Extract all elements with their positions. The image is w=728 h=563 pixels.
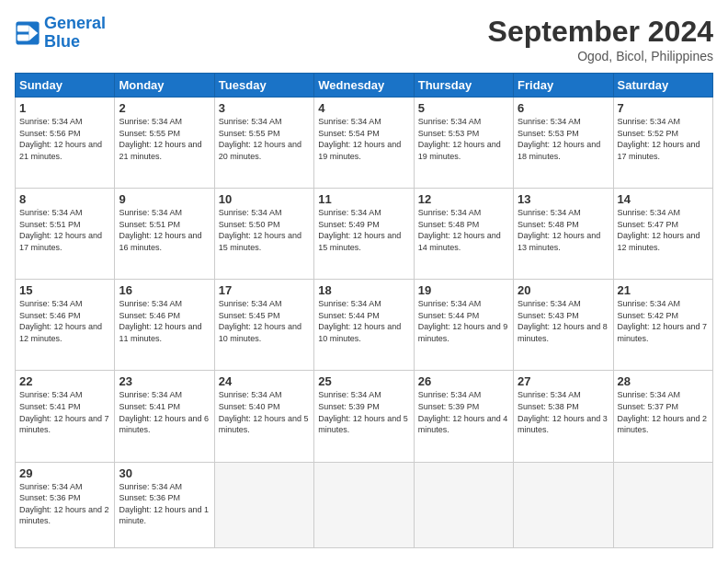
table-cell: 30 Sunrise: 5:34 AM Sunset: 5:36 PM Dayl… xyxy=(115,462,214,547)
table-cell: 19 Sunrise: 5:34 AM Sunset: 5:44 PM Dayl… xyxy=(414,280,513,371)
table-cell: 14 Sunrise: 5:34 AM Sunset: 5:47 PM Dayl… xyxy=(613,189,712,280)
day-number: 13 xyxy=(518,192,609,206)
week-row: 29 Sunrise: 5:34 AM Sunset: 5:36 PM Dayl… xyxy=(16,462,713,547)
week-row: 1 Sunrise: 5:34 AM Sunset: 5:56 PM Dayli… xyxy=(16,98,713,189)
table-cell: 7 Sunrise: 5:34 AM Sunset: 5:52 PM Dayli… xyxy=(613,98,712,189)
col-thursday: Thursday xyxy=(414,74,513,98)
table-cell: 28 Sunrise: 5:34 AM Sunset: 5:37 PM Dayl… xyxy=(613,371,712,462)
table-cell: 1 Sunrise: 5:34 AM Sunset: 5:56 PM Dayli… xyxy=(16,98,115,189)
header: General Blue September 2024 Ogod, Bicol,… xyxy=(15,15,713,63)
day-info: Sunrise: 5:34 AM Sunset: 5:42 PM Dayligh… xyxy=(618,298,709,344)
col-monday: Monday xyxy=(115,74,214,98)
day-number: 21 xyxy=(618,283,709,297)
table-cell: 11 Sunrise: 5:34 AM Sunset: 5:49 PM Dayl… xyxy=(314,189,414,280)
page: General Blue September 2024 Ogod, Bicol,… xyxy=(0,0,728,563)
table-cell xyxy=(314,462,414,547)
day-info: Sunrise: 5:34 AM Sunset: 5:51 PM Dayligh… xyxy=(119,207,210,253)
table-cell: 12 Sunrise: 5:34 AM Sunset: 5:48 PM Dayl… xyxy=(414,189,513,280)
day-info: Sunrise: 5:34 AM Sunset: 5:44 PM Dayligh… xyxy=(418,298,509,344)
day-info: Sunrise: 5:34 AM Sunset: 5:41 PM Dayligh… xyxy=(19,389,110,435)
day-number: 7 xyxy=(618,101,709,115)
table-cell: 17 Sunrise: 5:34 AM Sunset: 5:45 PM Dayl… xyxy=(214,280,313,371)
title-block: September 2024 Ogod, Bicol, Philippines xyxy=(488,15,713,63)
day-info: Sunrise: 5:34 AM Sunset: 5:45 PM Dayligh… xyxy=(219,298,310,344)
day-number: 3 xyxy=(219,101,310,115)
table-cell: 25 Sunrise: 5:34 AM Sunset: 5:39 PM Dayl… xyxy=(314,371,414,462)
table-cell xyxy=(214,462,313,547)
col-wednesday: Wednesday xyxy=(314,74,414,98)
col-friday: Friday xyxy=(514,74,613,98)
day-info: Sunrise: 5:34 AM Sunset: 5:55 PM Dayligh… xyxy=(219,116,310,162)
table-cell: 26 Sunrise: 5:34 AM Sunset: 5:39 PM Dayl… xyxy=(414,371,513,462)
week-row: 8 Sunrise: 5:34 AM Sunset: 5:51 PM Dayli… xyxy=(16,189,713,280)
day-number: 30 xyxy=(119,466,210,480)
day-info: Sunrise: 5:34 AM Sunset: 5:39 PM Dayligh… xyxy=(418,389,509,435)
day-number: 26 xyxy=(418,374,509,388)
table-cell: 8 Sunrise: 5:34 AM Sunset: 5:51 PM Dayli… xyxy=(16,189,115,280)
day-info: Sunrise: 5:34 AM Sunset: 5:55 PM Dayligh… xyxy=(119,116,210,162)
table-cell xyxy=(613,462,712,547)
day-info: Sunrise: 5:34 AM Sunset: 5:36 PM Dayligh… xyxy=(19,481,110,527)
day-info: Sunrise: 5:34 AM Sunset: 5:48 PM Dayligh… xyxy=(418,207,509,253)
table-cell xyxy=(514,462,613,547)
logo-line1: General xyxy=(44,14,106,32)
col-tuesday: Tuesday xyxy=(214,74,313,98)
table-cell: 29 Sunrise: 5:34 AM Sunset: 5:36 PM Dayl… xyxy=(16,462,115,547)
month-title: September 2024 xyxy=(488,15,713,49)
table-cell: 2 Sunrise: 5:34 AM Sunset: 5:55 PM Dayli… xyxy=(115,98,214,189)
table-cell: 6 Sunrise: 5:34 AM Sunset: 5:53 PM Dayli… xyxy=(514,98,613,189)
day-number: 2 xyxy=(119,101,210,115)
day-number: 4 xyxy=(318,101,409,115)
day-info: Sunrise: 5:34 AM Sunset: 5:43 PM Dayligh… xyxy=(518,298,609,344)
day-info: Sunrise: 5:34 AM Sunset: 5:39 PM Dayligh… xyxy=(318,389,409,435)
table-cell: 22 Sunrise: 5:34 AM Sunset: 5:41 PM Dayl… xyxy=(16,371,115,462)
table-cell: 23 Sunrise: 5:34 AM Sunset: 5:41 PM Dayl… xyxy=(115,371,214,462)
day-info: Sunrise: 5:34 AM Sunset: 5:40 PM Dayligh… xyxy=(219,389,310,435)
day-info: Sunrise: 5:34 AM Sunset: 5:47 PM Dayligh… xyxy=(618,207,709,253)
table-cell: 10 Sunrise: 5:34 AM Sunset: 5:50 PM Dayl… xyxy=(214,189,313,280)
day-number: 15 xyxy=(19,283,110,297)
table-cell: 9 Sunrise: 5:34 AM Sunset: 5:51 PM Dayli… xyxy=(115,189,214,280)
day-info: Sunrise: 5:34 AM Sunset: 5:44 PM Dayligh… xyxy=(318,298,409,344)
day-number: 29 xyxy=(19,466,110,480)
day-info: Sunrise: 5:34 AM Sunset: 5:51 PM Dayligh… xyxy=(19,207,110,253)
day-info: Sunrise: 5:34 AM Sunset: 5:46 PM Dayligh… xyxy=(19,298,110,344)
table-cell: 27 Sunrise: 5:34 AM Sunset: 5:38 PM Dayl… xyxy=(514,371,613,462)
table-cell: 24 Sunrise: 5:34 AM Sunset: 5:40 PM Dayl… xyxy=(214,371,313,462)
day-number: 19 xyxy=(418,283,509,297)
table-cell: 16 Sunrise: 5:34 AM Sunset: 5:46 PM Dayl… xyxy=(115,280,214,371)
svg-rect-2 xyxy=(17,25,29,31)
day-number: 6 xyxy=(518,101,609,115)
table-cell xyxy=(414,462,513,547)
day-info: Sunrise: 5:34 AM Sunset: 5:41 PM Dayligh… xyxy=(119,389,210,435)
table-cell: 21 Sunrise: 5:34 AM Sunset: 5:42 PM Dayl… xyxy=(613,280,712,371)
col-sunday: Sunday xyxy=(16,74,115,98)
table-cell: 3 Sunrise: 5:34 AM Sunset: 5:55 PM Dayli… xyxy=(214,98,313,189)
day-info: Sunrise: 5:34 AM Sunset: 5:48 PM Dayligh… xyxy=(518,207,609,253)
day-info: Sunrise: 5:34 AM Sunset: 5:50 PM Dayligh… xyxy=(219,207,310,253)
day-number: 11 xyxy=(318,192,409,206)
logo-line2: Blue xyxy=(44,32,80,51)
day-number: 18 xyxy=(318,283,409,297)
table-cell: 5 Sunrise: 5:34 AM Sunset: 5:53 PM Dayli… xyxy=(414,98,513,189)
day-info: Sunrise: 5:34 AM Sunset: 5:53 PM Dayligh… xyxy=(418,116,509,162)
week-row: 15 Sunrise: 5:34 AM Sunset: 5:46 PM Dayl… xyxy=(16,280,713,371)
table-cell: 18 Sunrise: 5:34 AM Sunset: 5:44 PM Dayl… xyxy=(314,280,414,371)
day-number: 28 xyxy=(618,374,709,388)
day-info: Sunrise: 5:34 AM Sunset: 5:38 PM Dayligh… xyxy=(518,389,609,435)
svg-rect-3 xyxy=(17,34,29,40)
day-info: Sunrise: 5:34 AM Sunset: 5:53 PM Dayligh… xyxy=(518,116,609,162)
day-number: 12 xyxy=(418,192,509,206)
table-cell: 20 Sunrise: 5:34 AM Sunset: 5:43 PM Dayl… xyxy=(514,280,613,371)
logo: General Blue xyxy=(15,15,106,52)
day-number: 20 xyxy=(518,283,609,297)
week-row: 22 Sunrise: 5:34 AM Sunset: 5:41 PM Dayl… xyxy=(16,371,713,462)
day-number: 27 xyxy=(518,374,609,388)
day-number: 8 xyxy=(19,192,110,206)
day-info: Sunrise: 5:34 AM Sunset: 5:54 PM Dayligh… xyxy=(318,116,409,162)
day-info: Sunrise: 5:34 AM Sunset: 5:49 PM Dayligh… xyxy=(318,207,409,253)
day-info: Sunrise: 5:34 AM Sunset: 5:52 PM Dayligh… xyxy=(618,116,709,162)
day-number: 5 xyxy=(418,101,509,115)
logo-icon xyxy=(15,20,40,46)
day-number: 1 xyxy=(19,101,110,115)
